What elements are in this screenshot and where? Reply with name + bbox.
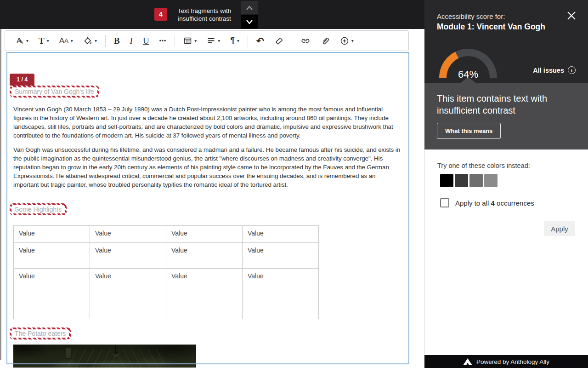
module-title: Module 1: Vincent Van Gogh (437, 22, 545, 32)
table-cell[interactable]: Value (243, 243, 319, 269)
bold-button[interactable]: B (109, 34, 125, 48)
color-swatches (440, 174, 498, 187)
powered-by-label: Powered by Anthology Ally (476, 358, 549, 365)
page-left-edge (0, 29, 1, 360)
table-cell[interactable]: Value (90, 269, 166, 319)
flagged-heading-potato-eaters[interactable]: The Potato eaters (10, 328, 71, 339)
painting-detail (65, 347, 72, 359)
chevron-down-icon: ▾ (218, 38, 220, 43)
italic-button[interactable]: I (125, 34, 138, 48)
toolbar-separator (105, 35, 106, 47)
paint-bucket-icon (83, 36, 92, 46)
alignment-button[interactable]: ▾ (202, 34, 225, 48)
close-button[interactable] (566, 10, 577, 21)
toolbar-separator (175, 35, 175, 47)
font-family-button[interactable]: T ▾ (34, 34, 54, 48)
next-issue-button[interactable] (241, 15, 258, 29)
table-cell[interactable]: Value (14, 243, 90, 269)
table-cell[interactable]: Value (14, 269, 90, 319)
table-icon (183, 36, 192, 45)
fix-suggestion-section: Try one of these colors instead: Apply t… (424, 150, 588, 355)
table-row: Value Value Value Value (14, 243, 319, 269)
flagged-heading-summary[interactable]: Summary of Van Gogh's life (10, 86, 99, 98)
table-cell[interactable]: Value (243, 269, 319, 319)
gauge-pointer (460, 77, 476, 83)
table-button[interactable]: ▾ (178, 34, 202, 48)
undo-button[interactable]: ↶ (251, 34, 269, 48)
chevron-down-icon: ▾ (26, 38, 28, 43)
color-suggestion-label: Try one of these colors instead: (437, 162, 530, 169)
link-button[interactable] (295, 34, 316, 48)
color-swatch-lightgray[interactable] (484, 174, 498, 187)
paragraph-van-gogh-summary: Vincent van Gogh (30 March 1853 – 29 Jul… (13, 105, 401, 140)
table-cell[interactable]: Value (90, 226, 166, 243)
chevron-up-icon (245, 5, 254, 11)
insert-content-button[interactable]: ▾ (335, 34, 359, 48)
flagged-heading-highlights[interactable]: Some Highlights (10, 203, 67, 215)
painting-detail (68, 349, 117, 368)
issue-message-line1: Text fragments with (172, 7, 237, 15)
issue-count-badge: 4 (154, 8, 167, 21)
table-row: Value Value Value Value (14, 269, 319, 319)
chevron-down-icon: ▾ (237, 38, 239, 43)
toolbar-separator (248, 35, 248, 47)
table-cell[interactable]: Value (14, 226, 90, 243)
chevron-down-icon: ▾ (71, 38, 73, 43)
align-left-icon (207, 36, 215, 45)
powered-by-bar: Powered by Anthology Ally (424, 355, 588, 368)
anthology-logo (463, 358, 472, 365)
table-cell[interactable]: Value (166, 269, 243, 319)
painting-detail (117, 349, 165, 368)
paragraph-van-gogh-legacy: Van Gogh was unsuccessful during his lif… (13, 145, 401, 189)
table-cell[interactable]: Value (90, 243, 166, 269)
text-color-button[interactable]: A ✎ ▾ (11, 34, 34, 48)
issue-message-line2: insufficient contrast (172, 15, 237, 23)
eraser-icon (274, 36, 283, 45)
link-icon (300, 36, 311, 45)
color-swatch-black[interactable] (440, 174, 453, 187)
info-icon[interactable]: i (568, 66, 576, 74)
font-size-button[interactable]: A A ▾ (54, 34, 78, 48)
highlights-table: Value Value Value Value Value Value Valu… (13, 225, 319, 319)
highlight-color-button[interactable]: ▾ (78, 34, 102, 48)
issue-description-section: This item contains text with insufficien… (424, 83, 588, 150)
color-swatch-darkgray[interactable] (455, 174, 468, 187)
previous-issue-button[interactable] (241, 1, 258, 14)
apply-all-row: Apply to all 4 occurrences (440, 198, 534, 207)
potato-eaters-image[interactable] (13, 345, 196, 368)
paragraph-style-button[interactable]: ¶ ▾ (225, 34, 244, 48)
ally-accessibility-panel: Accessibility score for: Module 1: Vince… (424, 0, 588, 368)
more-formatting-button[interactable]: ••• (154, 34, 172, 48)
chevron-down-icon: ▾ (95, 38, 97, 43)
chevron-down-icon (245, 19, 254, 25)
chevron-down-icon: ▾ (47, 38, 49, 43)
issue-description: This item contains text with insufficien… (437, 92, 561, 116)
what-this-means-button[interactable]: What this means (437, 123, 501, 139)
accessibility-score-gauge: 64% (439, 49, 497, 78)
close-icon (566, 10, 577, 21)
toolbar-separator (292, 35, 292, 47)
color-swatch-gray[interactable] (469, 174, 483, 187)
apply-all-checkbox[interactable] (440, 198, 449, 207)
plus-circle-icon (340, 36, 349, 46)
painting-detail (115, 345, 116, 351)
table-cell[interactable]: Value (166, 226, 243, 243)
issue-message: Text fragments with insufficient contras… (172, 0, 237, 29)
chevron-down-icon: ▾ (351, 38, 354, 43)
paperclip-icon (321, 36, 330, 46)
editor-toolbar: A ✎ ▾ T ▾ A A ▾ ▾ B I U ••• (5, 30, 409, 51)
clear-formatting-button[interactable] (269, 34, 288, 48)
table-cell[interactable]: Value (166, 243, 243, 269)
chevron-down-icon: ▾ (194, 38, 197, 43)
score-section-label: Accessibility score for: (437, 12, 505, 20)
contrast-issues-top-bar: 4 Text fragments with insufficient contr… (0, 0, 424, 29)
score-value: 64% (439, 69, 497, 78)
table-row: Value Value Value Value (14, 226, 319, 243)
underline-button[interactable]: U (138, 34, 154, 48)
all-issues-link[interactable]: All issues i (533, 66, 576, 74)
current-issue-badge: 1 / 4 (10, 74, 34, 86)
table-cell[interactable]: Value (243, 226, 319, 243)
apply-button[interactable]: Apply (544, 221, 575, 236)
attach-button[interactable] (316, 34, 335, 48)
editor-content[interactable]: 1 / 4 Summary of Van Gogh's life Vincent… (6, 52, 409, 364)
